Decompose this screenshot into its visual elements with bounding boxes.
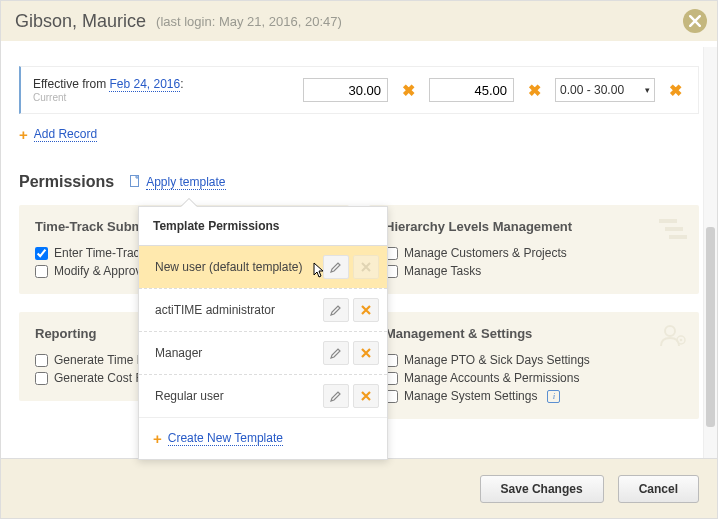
clear-rate2[interactable]: ✖ <box>524 81 545 100</box>
x-icon <box>360 347 372 359</box>
current-label: Current <box>33 92 184 103</box>
template-list: New user (default template) actiTIME adm… <box>139 245 387 417</box>
edit-template-button[interactable] <box>323 384 349 408</box>
popover-title: Template Permissions <box>139 207 387 245</box>
delete-template-button[interactable] <box>353 341 379 365</box>
template-popover: Template Permissions New user (default t… <box>138 206 388 460</box>
scrollbar-track[interactable] <box>703 47 717 458</box>
close-icon <box>689 15 701 27</box>
info-icon[interactable]: i <box>547 390 560 403</box>
save-button[interactable]: Save Changes <box>480 475 604 503</box>
pencil-icon <box>330 304 342 316</box>
close-button[interactable] <box>683 9 707 33</box>
document-icon <box>128 174 142 191</box>
card-management: Management & Settings Manage PTO & Sick … <box>369 312 699 419</box>
edit-template-button[interactable] <box>323 255 349 279</box>
last-login: (last login: May 21, 2016, 20:47) <box>156 14 342 29</box>
svg-point-6 <box>680 339 683 342</box>
card-title: Management & Settings <box>385 326 683 341</box>
checkbox-gen-time[interactable] <box>35 354 48 367</box>
pencil-icon <box>330 261 342 273</box>
perm-row: Manage Tasks <box>385 262 683 280</box>
edit-template-button[interactable] <box>323 341 349 365</box>
card-title: Hierarchy Levels Management <box>385 219 683 234</box>
svg-point-4 <box>665 326 675 336</box>
popover-arrow <box>181 199 197 207</box>
perm-row: Manage Accounts & Permissions <box>385 369 683 387</box>
template-item-new-user[interactable]: New user (default template) <box>139 245 387 288</box>
range-dropdown[interactable]: 0.00 - 30.00 ▾ <box>555 78 655 102</box>
plus-icon: + <box>153 430 162 447</box>
modal-header: Gibson, Maurice (last login: May 21, 201… <box>1 1 717 41</box>
apply-template-link[interactable]: Apply template <box>146 175 225 190</box>
template-item-admin[interactable]: actiTIME administrator <box>139 288 387 331</box>
delete-template-button <box>353 255 379 279</box>
user-name: Gibson, Maurice <box>15 11 146 32</box>
user-gear-icon <box>659 324 687 351</box>
modal-window: Gibson, Maurice (last login: May 21, 201… <box>0 0 718 519</box>
effective-from-label: Effective from Feb 24, 2016: <box>33 77 184 91</box>
x-icon <box>360 304 372 316</box>
perm-row: Manage Customers & Projects <box>385 244 683 262</box>
checkbox-gen-cost[interactable] <box>35 372 48 385</box>
svg-rect-1 <box>659 219 677 223</box>
clear-rate1[interactable]: ✖ <box>398 81 419 100</box>
delete-template-button[interactable] <box>353 384 379 408</box>
scrollbar-thumb[interactable] <box>706 227 715 427</box>
perm-row: Manage PTO & Sick Days Settings <box>385 351 683 369</box>
delete-template-button[interactable] <box>353 298 379 322</box>
effective-date-link[interactable]: Feb 24, 2016 <box>109 77 180 92</box>
hierarchy-icon <box>659 217 687 244</box>
perm-row: Manage System Settingsi <box>385 387 683 405</box>
create-template-link[interactable]: + Create New Template <box>139 417 387 459</box>
rate1-input[interactable] <box>303 78 388 102</box>
svg-rect-2 <box>665 227 683 231</box>
svg-rect-3 <box>669 235 687 239</box>
pencil-icon <box>330 347 342 359</box>
permissions-heading: Permissions Apply template <box>19 173 699 191</box>
plus-icon: + <box>19 126 28 143</box>
modal-footer: Save Changes Cancel <box>1 458 717 518</box>
checkbox-modify[interactable] <box>35 265 48 278</box>
rate2-input[interactable] <box>429 78 514 102</box>
x-icon <box>360 261 372 273</box>
x-icon <box>360 390 372 402</box>
template-item-regular[interactable]: Regular user <box>139 374 387 417</box>
clear-range[interactable]: ✖ <box>665 81 686 100</box>
card-hierarchy: Hierarchy Levels Management Manage Custo… <box>369 205 699 294</box>
template-item-manager[interactable]: Manager <box>139 331 387 374</box>
pencil-icon <box>330 390 342 402</box>
edit-template-button[interactable] <box>323 298 349 322</box>
add-record-link[interactable]: + Add Record <box>19 126 699 143</box>
chevron-down-icon: ▾ <box>645 85 650 95</box>
checkbox-enter-tt[interactable] <box>35 247 48 260</box>
rate-record: Effective from Feb 24, 2016: Current ✖ ✖… <box>19 66 699 114</box>
cancel-button[interactable]: Cancel <box>618 475 699 503</box>
